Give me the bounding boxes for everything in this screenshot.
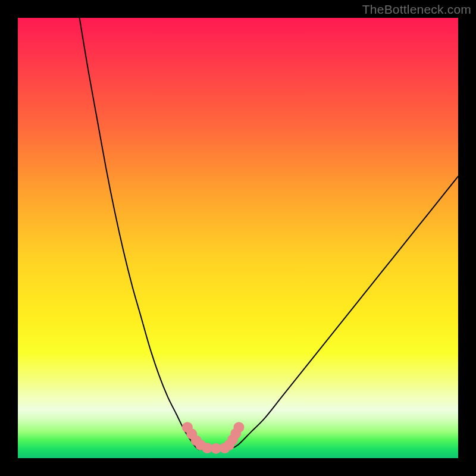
- marker-dot: [233, 422, 244, 433]
- curve-left-curve: [80, 18, 199, 449]
- curve-right-curve: [229, 176, 458, 449]
- plot-area: [18, 18, 458, 458]
- curve-layer: [18, 18, 458, 458]
- chart-frame: TheBottleneck.com: [0, 0, 476, 476]
- watermark-text: TheBottleneck.com: [362, 2, 471, 17]
